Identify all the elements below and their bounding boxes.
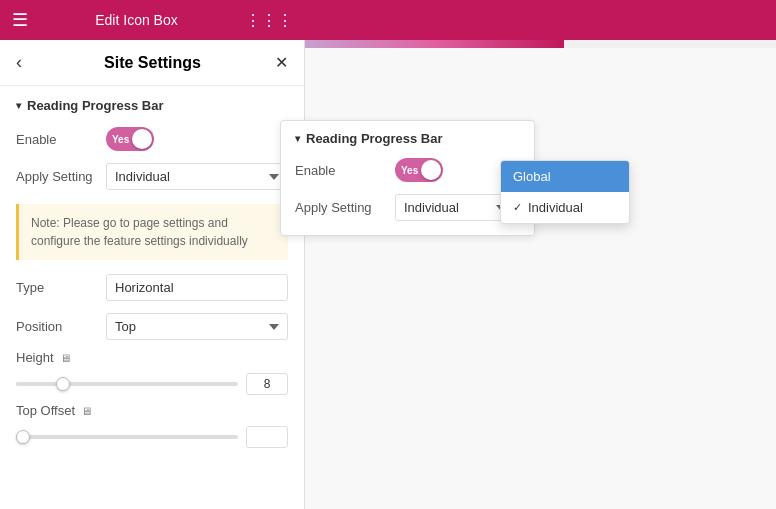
close-button[interactable]: ✕ [275,53,288,72]
height-row: Height 🖥 [0,346,304,369]
position-row: Position Top Bottom [0,307,304,346]
position-control: Top Bottom [106,313,288,340]
right-panel [305,48,776,509]
top-offset-label-container: Top Offset 🖥 [16,403,96,418]
type-row: Type [0,268,304,307]
sidebar-title: Site Settings [30,54,275,72]
apply-setting-select[interactable]: Individual Global [106,163,288,190]
check-icon: ✓ [513,201,522,214]
back-button[interactable]: ‹ [16,52,22,73]
height-slider-container [16,373,288,395]
top-bar-left: ☰ Edit Icon Box ⋮⋮⋮ [0,0,305,40]
section-label: Reading Progress Bar [27,98,164,113]
top-offset-label-row: Top Offset 🖥 [0,399,304,422]
position-label: Position [16,319,106,334]
hamburger-icon[interactable]: ☰ [12,9,28,31]
secondary-enable-toggle[interactable]: Yes [395,158,443,182]
progress-bar-fill [305,40,564,48]
secondary-apply-select[interactable]: Individual Global [395,194,515,221]
dropdown-item-global[interactable]: Global [501,161,629,192]
sidebar: ‹ Site Settings ✕ ▾ Reading Progress Bar… [0,40,305,509]
secondary-toggle-track: Yes [395,158,443,182]
progress-bar-area [305,40,776,48]
secondary-enable-label: Enable [295,163,395,178]
height-value-input[interactable] [246,373,288,395]
dropdown-global-label: Global [513,169,551,184]
type-input[interactable] [106,274,288,301]
height-label-container: Height 🖥 [16,350,96,365]
grid-icon[interactable]: ⋮⋮⋮ [245,11,293,30]
top-bar-title: Edit Icon Box [28,12,245,28]
sidebar-header: ‹ Site Settings ✕ [0,40,304,86]
secondary-toggle-thumb [421,160,441,180]
top-offset-slider-thumb [16,430,30,444]
note-text: Note: Please go to page settings and con… [31,216,248,248]
monitor-icon-2: 🖥 [81,405,92,417]
secondary-toggle-label: Yes [401,165,418,176]
height-slider-row [0,369,304,399]
type-control [106,274,288,301]
enable-label: Enable [16,132,106,147]
toggle-track: Yes [106,127,154,151]
apply-setting-control: Individual Global [106,163,288,190]
secondary-section-header[interactable]: ▾ Reading Progress Bar [281,121,534,152]
enable-toggle[interactable]: Yes [106,127,154,151]
section-header[interactable]: ▾ Reading Progress Bar [0,86,304,121]
secondary-apply-row: Apply Setting Individual Global [281,188,534,227]
top-offset-slider[interactable] [16,435,238,439]
top-offset-value-input[interactable] [246,426,288,448]
height-slider-fill [16,382,60,386]
secondary-enable-row: Enable Yes [281,152,534,188]
toggle-label: Yes [112,134,129,145]
monitor-icon: 🖥 [60,352,71,364]
secondary-section-label: Reading Progress Bar [306,131,443,146]
top-offset-label: Top Offset [16,403,75,418]
apply-setting-label: Apply Setting [16,169,106,184]
position-select[interactable]: Top Bottom [106,313,288,340]
secondary-arrow-icon: ▾ [295,133,300,144]
dropdown-individual-label: Individual [528,200,583,215]
dropdown-item-individual[interactable]: ✓ Individual [501,192,629,223]
apply-setting-row: Apply Setting Individual Global [0,157,304,196]
top-bar-right [305,0,776,40]
enable-control: Yes [106,127,288,151]
note-box: Note: Please go to page settings and con… [16,204,288,260]
top-offset-slider-row [0,422,304,452]
height-label: Height [16,350,54,365]
height-slider-thumb [56,377,70,391]
dropdown-overlay: Global ✓ Individual [500,160,630,224]
secondary-apply-label: Apply Setting [295,200,395,215]
section-arrow-icon: ▾ [16,100,21,111]
secondary-panel: ▾ Reading Progress Bar Enable Yes Apply … [280,120,535,236]
height-slider[interactable] [16,382,238,386]
toggle-thumb [132,129,152,149]
enable-row: Enable Yes [0,121,304,157]
top-offset-slider-container [16,426,288,448]
type-label: Type [16,280,106,295]
